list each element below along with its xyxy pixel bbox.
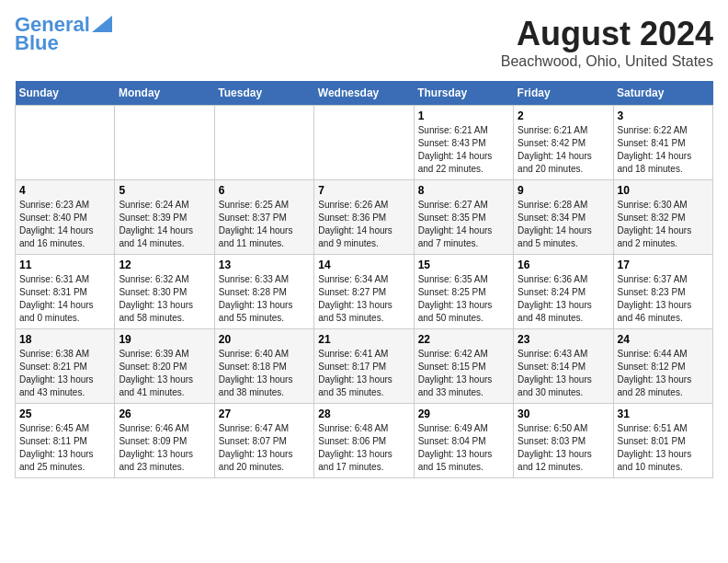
day-detail: Sunrise: 6:32 AM Sunset: 8:30 PM Dayligh… (119, 273, 210, 325)
column-header-saturday: Saturday (613, 81, 712, 106)
day-number: 12 (119, 259, 210, 271)
day-detail: Sunrise: 6:44 AM Sunset: 8:12 PM Dayligh… (618, 348, 709, 399)
day-cell: 28Sunrise: 6:48 AM Sunset: 8:06 PM Dayli… (314, 404, 414, 478)
column-header-wednesday: Wednesday (314, 81, 414, 106)
day-detail: Sunrise: 6:49 AM Sunset: 8:04 PM Dayligh… (418, 422, 509, 474)
day-cell: 22Sunrise: 6:42 AM Sunset: 8:15 PM Dayli… (414, 329, 513, 404)
day-detail: Sunrise: 6:35 AM Sunset: 8:25 PM Dayligh… (418, 273, 509, 325)
day-cell: 25Sunrise: 6:45 AM Sunset: 8:11 PM Dayli… (16, 404, 115, 478)
day-cell: 16Sunrise: 6:36 AM Sunset: 8:24 PM Dayli… (514, 255, 613, 329)
day-cell (214, 106, 313, 180)
day-cell: 3Sunrise: 6:22 AM Sunset: 8:41 PM Daylig… (613, 106, 712, 180)
day-detail: Sunrise: 6:31 AM Sunset: 8:31 PM Dayligh… (19, 273, 110, 325)
day-number: 27 (219, 408, 310, 420)
day-number: 31 (618, 408, 709, 420)
week-row-4: 18Sunrise: 6:38 AM Sunset: 8:21 PM Dayli… (16, 329, 713, 404)
day-detail: Sunrise: 6:47 AM Sunset: 8:07 PM Dayligh… (219, 422, 310, 474)
day-cell: 11Sunrise: 6:31 AM Sunset: 8:31 PM Dayli… (16, 255, 115, 329)
day-detail: Sunrise: 6:40 AM Sunset: 8:18 PM Dayligh… (219, 348, 310, 399)
day-number: 4 (19, 184, 110, 197)
logo-blue-text: Blue (15, 33, 59, 53)
day-detail: Sunrise: 6:36 AM Sunset: 8:24 PM Dayligh… (518, 273, 609, 325)
day-cell: 29Sunrise: 6:49 AM Sunset: 8:04 PM Dayli… (414, 404, 513, 478)
svg-marker-0 (92, 16, 112, 32)
day-cell: 5Sunrise: 6:24 AM Sunset: 8:39 PM Daylig… (115, 180, 214, 255)
day-detail: Sunrise: 6:34 AM Sunset: 8:27 PM Dayligh… (318, 273, 409, 325)
day-cell: 4Sunrise: 6:23 AM Sunset: 8:40 PM Daylig… (16, 180, 115, 255)
day-number: 1 (418, 109, 509, 122)
day-number: 29 (418, 408, 509, 420)
day-number: 5 (119, 184, 210, 197)
calendar-title: August 2024 (501, 15, 713, 53)
day-number: 22 (418, 333, 509, 346)
day-detail: Sunrise: 6:26 AM Sunset: 8:36 PM Dayligh… (318, 199, 409, 250)
day-cell: 13Sunrise: 6:33 AM Sunset: 8:28 PM Dayli… (214, 255, 313, 329)
day-detail: Sunrise: 6:42 AM Sunset: 8:15 PM Dayligh… (418, 348, 509, 399)
column-header-friday: Friday (514, 81, 613, 106)
day-number: 18 (19, 333, 110, 346)
day-detail: Sunrise: 6:46 AM Sunset: 8:09 PM Dayligh… (119, 422, 210, 474)
calendar-header-row: SundayMondayTuesdayWednesdayThursdayFrid… (16, 81, 713, 106)
day-cell: 9Sunrise: 6:28 AM Sunset: 8:34 PM Daylig… (514, 180, 613, 255)
day-detail: Sunrise: 6:27 AM Sunset: 8:35 PM Dayligh… (418, 199, 509, 250)
calendar-table: SundayMondayTuesdayWednesdayThursdayFrid… (15, 81, 713, 478)
day-detail: Sunrise: 6:21 AM Sunset: 8:43 PM Dayligh… (418, 124, 509, 176)
day-number: 11 (19, 259, 110, 271)
week-row-5: 25Sunrise: 6:45 AM Sunset: 8:11 PM Dayli… (16, 404, 713, 478)
day-detail: Sunrise: 6:22 AM Sunset: 8:41 PM Dayligh… (618, 124, 709, 176)
day-number: 10 (618, 184, 709, 197)
week-row-1: 1Sunrise: 6:21 AM Sunset: 8:43 PM Daylig… (16, 106, 713, 180)
day-number: 6 (219, 184, 310, 197)
page-header: General Blue August 2024 Beachwood, Ohio… (15, 15, 713, 70)
day-detail: Sunrise: 6:39 AM Sunset: 8:20 PM Dayligh… (119, 348, 210, 399)
day-cell: 1Sunrise: 6:21 AM Sunset: 8:43 PM Daylig… (414, 106, 513, 180)
day-cell: 18Sunrise: 6:38 AM Sunset: 8:21 PM Dayli… (16, 329, 115, 404)
column-header-thursday: Thursday (414, 81, 513, 106)
day-cell: 26Sunrise: 6:46 AM Sunset: 8:09 PM Dayli… (115, 404, 214, 478)
day-number: 28 (318, 408, 409, 420)
day-number: 19 (119, 333, 210, 346)
day-number: 8 (418, 184, 509, 197)
day-cell: 2Sunrise: 6:21 AM Sunset: 8:42 PM Daylig… (514, 106, 613, 180)
day-number: 20 (219, 333, 310, 346)
day-cell: 30Sunrise: 6:50 AM Sunset: 8:03 PM Dayli… (514, 404, 613, 478)
day-number: 23 (518, 333, 609, 346)
day-cell: 7Sunrise: 6:26 AM Sunset: 8:36 PM Daylig… (314, 180, 414, 255)
day-number: 26 (119, 408, 210, 420)
day-number: 15 (418, 259, 509, 271)
day-detail: Sunrise: 6:21 AM Sunset: 8:42 PM Dayligh… (518, 124, 609, 176)
day-detail: Sunrise: 6:38 AM Sunset: 8:21 PM Dayligh… (19, 348, 110, 399)
day-cell: 31Sunrise: 6:51 AM Sunset: 8:01 PM Dayli… (613, 404, 712, 478)
day-number: 2 (518, 109, 609, 122)
day-number: 16 (518, 259, 609, 271)
day-detail: Sunrise: 6:28 AM Sunset: 8:34 PM Dayligh… (518, 199, 609, 250)
calendar-title-area: August 2024 Beachwood, Ohio, United Stat… (501, 15, 713, 70)
day-detail: Sunrise: 6:37 AM Sunset: 8:23 PM Dayligh… (618, 273, 709, 325)
day-number: 9 (518, 184, 609, 197)
column-header-monday: Monday (115, 81, 214, 106)
day-detail: Sunrise: 6:51 AM Sunset: 8:01 PM Dayligh… (618, 422, 709, 474)
day-detail: Sunrise: 6:33 AM Sunset: 8:28 PM Dayligh… (219, 273, 310, 325)
day-number: 14 (318, 259, 409, 271)
day-number: 24 (618, 333, 709, 346)
day-cell: 10Sunrise: 6:30 AM Sunset: 8:32 PM Dayli… (613, 180, 712, 255)
day-cell: 21Sunrise: 6:41 AM Sunset: 8:17 PM Dayli… (314, 329, 414, 404)
day-detail: Sunrise: 6:23 AM Sunset: 8:40 PM Dayligh… (19, 199, 110, 250)
day-detail: Sunrise: 6:41 AM Sunset: 8:17 PM Dayligh… (318, 348, 409, 399)
day-cell: 20Sunrise: 6:40 AM Sunset: 8:18 PM Dayli… (214, 329, 313, 404)
day-number: 21 (318, 333, 409, 346)
day-cell: 17Sunrise: 6:37 AM Sunset: 8:23 PM Dayli… (613, 255, 712, 329)
day-cell: 24Sunrise: 6:44 AM Sunset: 8:12 PM Dayli… (613, 329, 712, 404)
week-row-2: 4Sunrise: 6:23 AM Sunset: 8:40 PM Daylig… (16, 180, 713, 255)
day-cell (115, 106, 214, 180)
column-header-tuesday: Tuesday (214, 81, 313, 106)
calendar-body: 1Sunrise: 6:21 AM Sunset: 8:43 PM Daylig… (16, 106, 713, 478)
day-cell (314, 106, 414, 180)
day-cell (16, 106, 115, 180)
day-cell: 15Sunrise: 6:35 AM Sunset: 8:25 PM Dayli… (414, 255, 513, 329)
day-detail: Sunrise: 6:48 AM Sunset: 8:06 PM Dayligh… (318, 422, 409, 474)
day-cell: 19Sunrise: 6:39 AM Sunset: 8:20 PM Dayli… (115, 329, 214, 404)
day-cell: 8Sunrise: 6:27 AM Sunset: 8:35 PM Daylig… (414, 180, 513, 255)
day-number: 3 (618, 109, 709, 122)
day-number: 17 (618, 259, 709, 271)
